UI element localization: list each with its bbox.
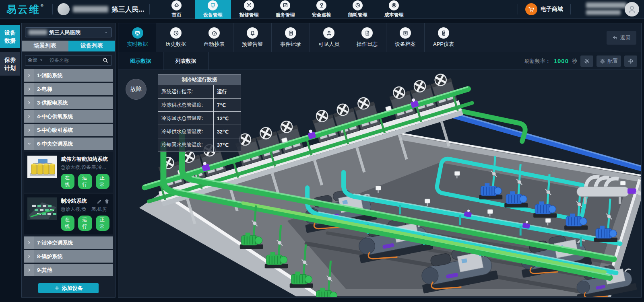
tab-app[interactable]: APP仪表 [424, 23, 462, 52]
realtime-icon [132, 27, 143, 39]
log-icon [361, 27, 373, 39]
table-row: 冷冻供水总管温度: 7℃ [158, 99, 241, 112]
mall-button[interactable]: 电子商城 [523, 3, 566, 15]
gear-icon [600, 58, 605, 64]
tree-item[interactable]: 3-供配电系统 [24, 97, 113, 109]
refresh-settings-button[interactable] [580, 55, 593, 67]
service-icon [280, 0, 290, 10]
status-badge: 在线 [61, 174, 74, 189]
nav-item-inspect[interactable]: 安全巡检 [303, 0, 340, 19]
tree-item[interactable]: 4-中心供氧系统 [24, 110, 113, 123]
plant-3d-viewport[interactable]: 故障 制冷站运行数据 系统运行指示: 运行 冷冻供水总管温度: 7℃ 冷冻回水总… [118, 70, 641, 297]
sidebar-tab-scene-list[interactable]: 场景列表 [22, 41, 68, 51]
chevron-right-icon [24, 264, 34, 276]
back-arrow-icon [612, 35, 618, 41]
divider [518, 4, 518, 14]
tree-item[interactable]: 7-洁净空调系统 [24, 236, 113, 249]
device-card[interactable]: 制冷站系统 急诊大楼,负一层,机房 在线运行正常 [24, 194, 113, 234]
tab-event[interactable]: 事件记录 [271, 23, 310, 52]
alarm-icon [247, 27, 258, 39]
delete-icon[interactable] [104, 199, 109, 204]
runtime-data-table: 制冷站运行数据 系统运行指示: 运行 冷冻供水总管温度: 7℃ 冷冻回水总管温度… [158, 74, 241, 152]
add-device-button[interactable]: 添加设备 [38, 283, 99, 293]
refresh-label: 刷新频率： [524, 58, 551, 65]
tab-people[interactable]: 可见人员 [310, 23, 348, 52]
nav-item-repair[interactable]: 报修管理 [231, 0, 267, 19]
device-card[interactable]: 威伟方智能加药系统 急诊大楼,设备层,冷... 在线运行正常 [24, 152, 113, 193]
tab-archive[interactable]: 设备档案 [386, 23, 424, 52]
tree-item[interactable]: 5-中心吸引系统 [24, 124, 113, 136]
chevron-right-icon [24, 236, 34, 249]
sidebar-tabs: 场景列表设备列表 [22, 41, 115, 51]
home-icon [171, 0, 182, 10]
app-icon [438, 27, 449, 39]
cart-icon [525, 3, 537, 15]
device-name: 制冷站系统 [61, 197, 94, 205]
device-list: 威伟方智能加药系统 急诊大楼,设备层,冷... 在线运行正常 制冷站系统 急诊大… [24, 152, 113, 236]
tab-history[interactable]: 历史数据 [157, 23, 195, 52]
nav-item-energy[interactable]: 能耗管理 [340, 0, 376, 19]
brand-logo[interactable]: 易云维® [6, 4, 43, 14]
status-badge: 运行 [78, 216, 92, 231]
tree-item[interactable]: 8-锅炉系统 [24, 250, 113, 263]
status-badge: 在线 [61, 216, 74, 231]
user-menu[interactable] [576, 1, 640, 18]
table-title: 制冷站运行数据 [158, 74, 241, 85]
registered-mark: ® [41, 4, 43, 8]
table-row: 冷冻回水总管温度: 12℃ [158, 112, 241, 125]
chevron-right-icon [24, 69, 34, 82]
chevron-right-icon [24, 97, 34, 109]
tree-item[interactable]: 9-其他 [24, 264, 113, 276]
move-button[interactable] [624, 55, 637, 67]
main-tabbar: 实时数据 历史数据 自动抄表 预警告警 事件记录 可见人员 操作日志 设备档案 … [118, 23, 641, 52]
meter-icon [208, 27, 220, 39]
tab-realtime[interactable]: 实时数据 [118, 23, 157, 52]
main-tabs: 实时数据 历史数据 自动抄表 预警告警 事件记录 可见人员 操作日志 设备档案 … [118, 23, 462, 52]
table-row: 冷却回水总管温度: 37℃ [158, 138, 241, 152]
refresh-value: 1000 [554, 58, 569, 64]
tree-item[interactable]: 1-消防系统 [24, 69, 113, 82]
nav-item-home[interactable]: 首页 [159, 0, 195, 19]
device-location: 急诊大楼,设备层,冷... [61, 164, 109, 171]
subtab-diagram-data[interactable]: 图示数据 [118, 52, 163, 70]
refresh-controls: 刷新频率： 1000 秒 配置 [524, 52, 641, 70]
tree-item[interactable]: 2-电梯 [24, 83, 113, 95]
device-thumbnail [27, 197, 57, 220]
org-selector-redacted [29, 30, 47, 35]
subtab-bar: 图示数据列表数据 刷新频率： 1000 秒 配置 [118, 52, 641, 70]
user-avatar [625, 2, 639, 16]
search-input[interactable] [46, 55, 99, 66]
chevron-down-icon [24, 138, 34, 150]
device-thumbnail [27, 156, 57, 178]
table-row: 冷却供水总管温度: 32℃ [158, 125, 241, 138]
status-badge: 正常 [96, 216, 109, 231]
org-avatar [58, 3, 70, 15]
org-selector[interactable]: 第三人民医院 [25, 27, 112, 37]
config-button[interactable]: 配置 [597, 55, 621, 67]
divider [149, 4, 150, 14]
org-name-suffix: 第三人民... [111, 5, 144, 14]
back-button[interactable]: 返回 [607, 31, 636, 45]
chevron-right-icon [24, 124, 34, 136]
rail-tab-maintenance-plan[interactable]: 保养计划 [0, 52, 20, 76]
sidebar-tab-device-list[interactable]: 设备列表 [68, 41, 115, 51]
nav-item-service[interactable]: 服务管理 [267, 0, 303, 19]
subtab-list-data[interactable]: 列表数据 [163, 52, 208, 70]
tab-alarm[interactable]: 预警告警 [233, 23, 271, 52]
inspect-icon [316, 0, 326, 10]
device-name: 威伟方智能加药系统 [61, 156, 109, 163]
system-tree-bottom: 7-洁净空调系统 8-锅炉系统 9-其他 [22, 236, 115, 277]
nav-item-cost[interactable]: 成本管理 [376, 0, 412, 19]
rail-tab-device-data[interactable]: 设备数据 [0, 25, 20, 48]
search-icon[interactable] [99, 55, 111, 66]
fault-button[interactable]: 故障 [126, 79, 147, 100]
tab-meter[interactable]: 自动抄表 [195, 23, 233, 52]
system-tree-top: 1-消防系统 2-电梯 3-供配电系统 4-中心供氧系统 5-中心吸引系统 6-… [22, 69, 115, 151]
tab-log[interactable]: 操作日志 [348, 23, 386, 52]
topbar-org: 第三人民... [58, 3, 144, 15]
org-name-redacted [73, 6, 108, 12]
edit-icon[interactable] [97, 199, 102, 204]
filter-dropdown[interactable]: 全部 [25, 55, 46, 66]
nav-item-device[interactable]: 设备管理 [195, 0, 231, 19]
tree-item[interactable]: 6-中央空调系统 [24, 138, 113, 150]
